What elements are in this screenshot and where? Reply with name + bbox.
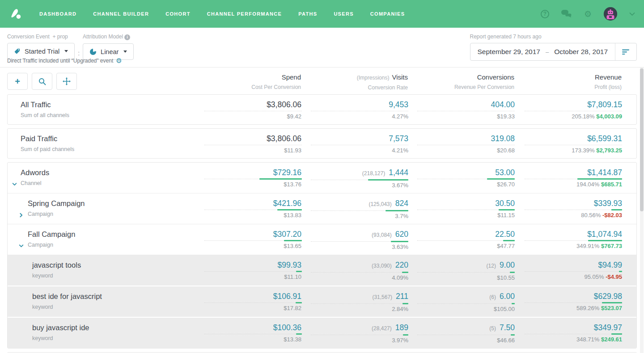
row-title: best ide for javascript [32,291,204,301]
visits-cell-subvalue: 3.63% [301,243,408,251]
impressions-value: (31,567) [372,294,392,300]
date-options-button[interactable] [615,43,636,60]
spend-cell-subvalue: $13.83 [204,211,301,219]
move-button[interactable] [56,73,77,90]
date-range-picker[interactable]: September 29, 2017 – October 28, 2017 [470,43,637,61]
header-revenue[interactable]: Revenue Profit (loss) [514,73,622,91]
table-row[interactable]: buy javascript idekeyword$100.36$13.38(2… [8,317,636,348]
avatar[interactable] [604,7,617,21]
table-row[interactable]: AdwordsChannel$729.16$13.76(218,127)1,44… [8,163,636,193]
row-title: Paid Traffic [21,134,204,143]
scrollbar-track[interactable] [640,67,644,353]
table-row[interactable]: Spring CampaignCampaign$421.96$13.83(125… [8,193,636,224]
conversions-cell-value: 404.00 [408,100,515,109]
nav-item-paths[interactable]: PATHS [298,11,317,17]
revenue-cell-bar [525,240,622,242]
nav-item-cohort[interactable]: COHORT [165,11,190,17]
row-name-cell: AdwordsChannel [8,168,204,189]
performance-table: + Spend C [0,67,644,353]
add-prop-link[interactable]: + prop [52,34,68,40]
table-toolbar: + [7,73,204,91]
revenue-cell-value: $339.93 [515,198,622,208]
visits-cell: (31,567)2112.84% [301,291,408,313]
table-row[interactable]: Fall CampaignCampaign$307.20$13.65(93,08… [8,224,636,255]
impressions-value: (33,090) [372,263,392,269]
settings-gear-icon[interactable]: ⚙ [584,10,592,18]
scrollbar-thumb[interactable] [640,68,644,211]
note-settings-gear-icon[interactable]: ⚙ [116,57,122,64]
row-title: buy javascript ide [32,323,204,332]
conversions-cell: 404.00$19.33 [408,100,515,120]
row-title: Adwords [21,168,204,177]
direct-traffic-note: Direct Traffic included until “Upgraded”… [7,57,122,64]
conversions-cell: 319.08$20.68 [408,134,515,154]
nav-item-dashboard[interactable]: DASHBOARD [39,11,76,17]
nav-item-channel-performance[interactable]: CHANNEL PERFORMANCE [207,11,282,17]
conversions-cell-subvalue: $46.66 [408,336,515,344]
chat-icon[interactable] [561,10,572,18]
spend-cell: $3,806.06$9.42 [204,100,301,120]
visits-cell: 9,4534.27% [301,100,408,120]
nav-item-channel-builder[interactable]: CHANNEL BUILDER [93,11,149,17]
row-name-cell: buy javascript idekeyword [8,323,204,344]
visits-cell: (33,090)2204.09% [301,260,408,282]
row-title: javascript tools [32,260,204,270]
row-title: Spring Campaign [28,198,204,208]
revenue-cell-value: $7,809.15 [515,100,622,109]
nav-item-users[interactable]: USERS [334,11,353,17]
header-visits[interactable]: (Impressions)Visits Conversion Rate [301,73,408,91]
conversions-cell-subvalue: $19.33 [408,113,515,120]
header-spend[interactable]: Spend Cost Per Conversion [204,73,301,91]
row-name-cell: Spring CampaignCampaign [8,198,204,220]
date-start: September 29, 2017 [478,48,540,56]
revenue-cell-subvalue: 194.04% $685.71 [515,181,622,188]
spend-cell-value: $100.36 [204,323,301,332]
account-caret-icon[interactable] [629,12,635,16]
search-icon [38,78,46,85]
spend-cell-value: $99.93 [204,260,301,270]
revenue-cell-bar [525,270,622,273]
spend-cell-value: $3,806.06 [204,134,301,143]
table-row[interactable]: All TrafficSum of all channels$3,806.06$… [8,95,636,124]
add-button[interactable]: + [7,73,28,90]
spend-cell-bar [204,270,302,273]
app-logo-icon[interactable] [9,6,24,21]
chevron-right-icon[interactable] [18,212,24,220]
table-row[interactable]: javascript toolskeyword$99.93$11.10(33,0… [8,255,636,286]
pie-chart-icon [89,48,97,55]
conversions-cell: 53.00$26.70 [408,168,515,189]
conversions-cell-subvalue: $105.00 [408,305,515,313]
conversions-cell-value: 53.00 [408,168,515,177]
spend-cell: $307.20$13.65 [204,229,301,251]
align-left-icon [622,49,630,55]
revenue-cell-subvalue: 589.26% $523.07 [515,304,622,312]
spend-cell-bar [204,333,302,335]
info-icon[interactable]: i [124,34,130,40]
visits-cell-subvalue: 3.7% [301,212,408,220]
table-row[interactable]: best ide for javascriptkeyword$106.91$17… [8,286,636,317]
help-icon[interactable]: ? [541,10,549,18]
row-name-cell: Paid TrafficSum of paid channels [8,134,204,154]
table-card: AdwordsChannel$729.16$13.76(218,127)1,44… [7,162,637,349]
conversions-cell-subvalue: $47.77 [408,242,515,250]
table-card: Paid TrafficSum of paid channels$3,806.0… [7,128,637,159]
visits-cell-subvalue: 3.97% [301,336,408,344]
spend-cell-value: $106.91 [204,291,301,301]
spend-cell-subvalue: $11.93 [204,147,301,154]
spend-cell-value: $421.96 [204,198,301,208]
search-button[interactable] [32,73,52,90]
nav-item-companies[interactable]: COMPANIES [370,11,405,17]
chevron-down-icon[interactable] [12,181,17,189]
visits-cell-bar [311,334,408,336]
table-row[interactable]: Paid TrafficSum of paid channels$3,806.0… [8,129,636,158]
visits-cell-bar [311,179,408,181]
spend-cell-subvalue: $13.65 [204,242,301,250]
top-nav: DASHBOARDCHANNEL BUILDERCOHORTCHANNEL PE… [0,0,644,28]
spend-cell: $3,806.06$11.93 [204,134,301,154]
conversions-cell-value: 319.08 [408,134,515,143]
header-conversions[interactable]: Conversions Revenue Per Conversion [408,73,514,91]
impressions-value: (28,427) [372,325,392,332]
revenue-cell-value: $1,074.94 [515,229,622,239]
chevron-down-icon[interactable] [18,243,24,251]
conversions-cell: (6)6.00$105.00 [408,291,515,313]
